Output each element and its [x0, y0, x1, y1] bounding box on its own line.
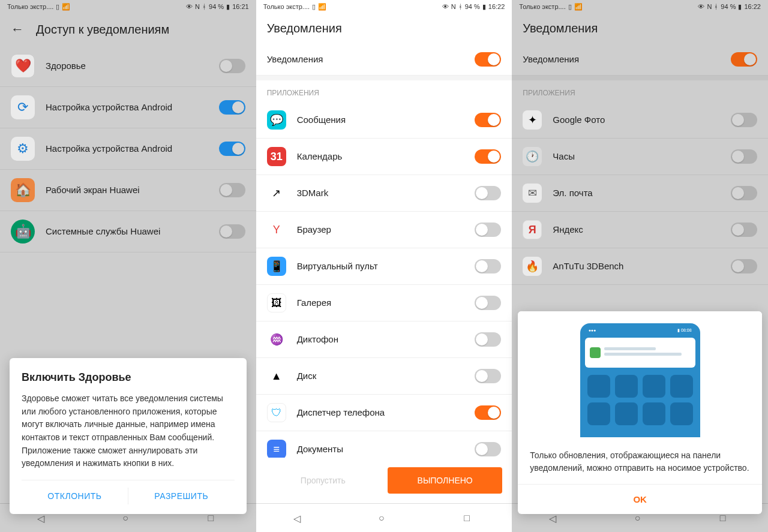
section-apps-label: ПРИЛОЖЕНИЯ — [512, 80, 768, 102]
master-toggle[interactable] — [731, 52, 757, 67]
app-toggle[interactable] — [475, 149, 501, 164]
nav-home-icon[interactable]: ○ — [122, 513, 133, 524]
nav-back-icon[interactable]: ◁ — [549, 513, 560, 524]
app-row-messages[interactable]: 💬Сообщения — [256, 102, 512, 139]
nav-home-icon[interactable]: ○ — [379, 513, 389, 524]
app-toggle[interactable] — [731, 113, 757, 127]
app-toggle[interactable] — [475, 369, 501, 383]
app-label: Диск — [297, 370, 464, 382]
eye-icon: 👁 — [698, 3, 704, 10]
nav-recent-icon[interactable]: □ — [208, 513, 219, 524]
page-title: Доступ к уведомлениям — [36, 23, 169, 37]
nav-back-icon[interactable]: ◁ — [37, 513, 48, 524]
app-toggle[interactable] — [219, 59, 245, 73]
phone-mgr-icon: 🛡 — [267, 403, 286, 422]
status-bar: Только экстр.... ▯ 📶 👁 N ᚼ 94 % ▮ 16:22 — [512, 0, 768, 13]
wifi-icon: 📶 — [318, 3, 326, 11]
app-toggle[interactable] — [219, 183, 245, 197]
app-label: Диспетчер телефона — [297, 407, 464, 419]
app-toggle[interactable] — [731, 149, 757, 164]
app-row-androidgear[interactable]: ⚙Настройка устройства Android — [0, 128, 256, 170]
app-row-androidsys[interactable]: 🤖Системные службы Huawei — [0, 211, 256, 253]
back-icon[interactable]: ← — [11, 22, 24, 37]
app-toggle[interactable] — [475, 405, 501, 420]
nav-recent-icon[interactable]: □ — [464, 513, 475, 524]
antutu-icon: 🔥 — [523, 257, 542, 276]
app-toggle[interactable] — [475, 113, 501, 127]
messages-icon: 💬 — [267, 110, 286, 130]
app-row-calendar[interactable]: 31Календарь — [256, 139, 512, 175]
mock-app-icon — [590, 347, 601, 358]
page-title: Уведомления — [267, 22, 342, 35]
app-label: Галерея — [297, 297, 464, 309]
app-row-3dmark[interactable]: ↗3DMark — [256, 175, 512, 212]
nav-recent-icon[interactable]: □ — [720, 513, 731, 524]
app-row-browser[interactable]: YБраузер — [256, 212, 512, 248]
header: ← Доступ к уведомлениям — [0, 13, 256, 46]
app-list[interactable]: 💬Сообщения31Календарь↗3DMarkYБраузер📱Вир… — [256, 102, 512, 458]
app-row-androidset[interactable]: ⟳Настройка устройства Android — [0, 87, 256, 128]
battery-icon: ▮ — [482, 3, 486, 11]
app-label: Системные службы Huawei — [46, 226, 208, 238]
app-label: Сообщения — [297, 114, 464, 126]
nav-back-icon[interactable]: ◁ — [293, 513, 304, 524]
gphotos-icon: ✦ — [523, 110, 542, 130]
app-toggle[interactable] — [731, 186, 757, 200]
app-toggle[interactable] — [475, 332, 501, 347]
app-toggle[interactable] — [475, 259, 501, 273]
app-row-yandex[interactable]: ЯЯндекс — [512, 212, 768, 248]
app-toggle[interactable] — [475, 186, 501, 200]
master-toggle-row[interactable]: Уведомления — [512, 44, 768, 76]
app-row-gallery[interactable]: 🖼Галерея — [256, 285, 512, 321]
app-toggle[interactable] — [475, 442, 501, 456]
app-row-docs[interactable]: ≡Документы — [256, 431, 512, 458]
app-toggle[interactable] — [219, 142, 245, 156]
battery-text: 94 % — [209, 3, 224, 10]
app-toggle[interactable] — [731, 259, 757, 273]
app-row-mail[interactable]: ✉Эл. почта — [512, 175, 768, 212]
app-label: Google Фото — [553, 114, 720, 126]
done-button[interactable]: ВЫПОЛНЕНО — [388, 467, 502, 494]
master-toggle-row[interactable]: Уведомления — [256, 44, 512, 76]
app-row-clock[interactable]: 🕐Часы — [512, 139, 768, 175]
app-row-antutu[interactable]: 🔥AnTuTu 3DBench — [512, 248, 768, 285]
skip-button[interactable]: Пропустить — [266, 467, 380, 494]
app-row-huaweihome[interactable]: 🏠Рабочий экран Huawei — [0, 170, 256, 211]
allow-button[interactable]: РАЗРЕШИТЬ — [128, 488, 235, 504]
app-label: Настройка устройства Android — [46, 101, 208, 113]
battery-text: 94 % — [721, 3, 736, 10]
app-row-drive[interactable]: ▲Диск — [256, 358, 512, 395]
app-row-gphotos[interactable]: ✦Google Фото — [512, 102, 768, 139]
dialog-actions: ОТКЛОНИТЬ РАЗРЕШИТЬ — [22, 480, 235, 504]
sim-icon: ▯ — [568, 3, 572, 11]
app-label: Браузер — [297, 224, 464, 236]
app-label: 3DMark — [297, 187, 464, 199]
master-toggle[interactable] — [475, 52, 501, 67]
info-text: Только обновления, отображающиеся на пан… — [518, 449, 762, 484]
app-label: AnTuTu 3DBench — [553, 260, 720, 272]
health-icon: ❤️ — [11, 54, 35, 78]
separator — [512, 76, 768, 80]
app-list: ✦Google Фото🕐Часы✉Эл. почтаЯЯндекс🔥AnTuT… — [512, 102, 768, 285]
header: Уведомления — [512, 13, 768, 44]
info-illustration: ●●●▮ 08:08 — [518, 311, 762, 449]
section-apps-label: ПРИЛОЖЕНИЯ — [256, 80, 512, 102]
app-row-phone-mgr[interactable]: 🛡Диспетчер телефона — [256, 395, 512, 431]
ok-button[interactable]: OK — [518, 484, 762, 514]
app-toggle[interactable] — [475, 296, 501, 310]
app-row-remote[interactable]: 📱Виртуальный пульт — [256, 248, 512, 285]
app-row-health[interactable]: ❤️Здоровье — [0, 46, 256, 87]
deny-button[interactable]: ОТКЛОНИТЬ — [22, 488, 128, 504]
battery-icon: ▮ — [226, 3, 230, 11]
screen-notifications-list-c: Только экстр.... ▯ 📶 👁 N ᚼ 94 % ▮ 16:22 … — [512, 0, 768, 532]
app-toggle[interactable] — [219, 100, 245, 115]
app-toggle[interactable] — [475, 223, 501, 237]
bottom-actions: Пропустить ВЫПОЛНЕНО — [256, 458, 512, 503]
nav-home-icon[interactable]: ○ — [635, 513, 646, 524]
carrier-text: Только экстр.... — [7, 3, 53, 10]
drive-icon: ▲ — [267, 366, 286, 386]
app-toggle[interactable] — [219, 224, 245, 239]
app-toggle[interactable] — [731, 223, 757, 237]
app-row-voice[interactable]: ♒Диктофон — [256, 321, 512, 358]
androidset-icon: ⟳ — [11, 95, 35, 119]
